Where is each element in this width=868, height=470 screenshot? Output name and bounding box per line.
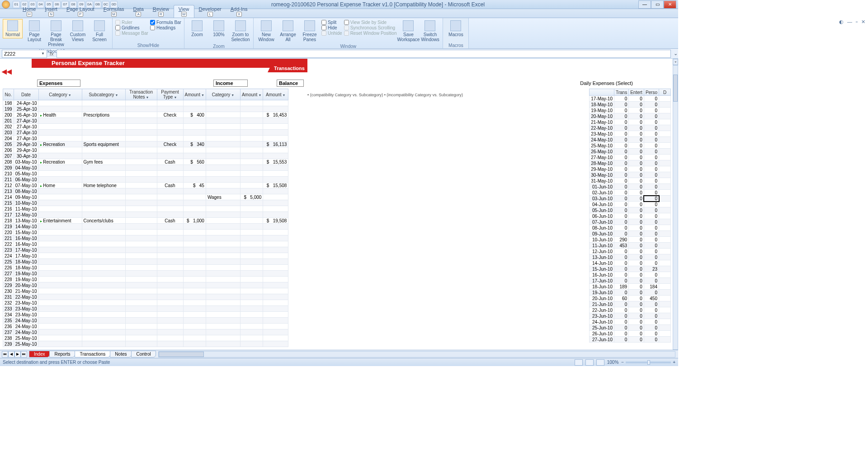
col-inc_amt[interactable]: Amount▼ bbox=[240, 89, 263, 100]
arrange-all-button[interactable]: Arrange All bbox=[278, 19, 298, 43]
col-category[interactable]: Category▼ bbox=[38, 89, 82, 100]
col-bal_amt[interactable]: Amount▼ bbox=[263, 89, 288, 100]
minimize-button[interactable]: — bbox=[638, 0, 651, 9]
col-inc_cat[interactable]: Category▼ bbox=[206, 89, 240, 100]
daily-col[interactable]: Perso bbox=[644, 89, 659, 96]
table-row[interactable]: 20127-Apr-10 bbox=[3, 118, 288, 124]
new-window-button[interactable]: New Window bbox=[256, 19, 276, 43]
daily-row[interactable]: 16-Jun-10000 bbox=[590, 272, 671, 278]
daily-row[interactable]: 26-Jun-10000 bbox=[590, 331, 671, 337]
daily-row[interactable]: 18-May-10000 bbox=[590, 102, 671, 108]
switch-windows-button[interactable]: Switch Windows bbox=[420, 19, 440, 43]
macros-button[interactable]: Macros bbox=[446, 19, 466, 38]
daily-row[interactable]: 31-May-10000 bbox=[590, 178, 671, 184]
col-payment[interactable]: Payment Type▼ bbox=[157, 89, 183, 100]
daily-row[interactable]: 09-Jun-10000 bbox=[590, 231, 671, 237]
expand-formula-icon[interactable]: ⌄ bbox=[673, 51, 678, 56]
daily-row[interactable]: 30-May-10000 bbox=[590, 172, 671, 178]
daily-row[interactable]: 17-Jun-10000 bbox=[590, 278, 671, 284]
col-notes[interactable]: Transaction Notes▼ bbox=[125, 89, 157, 100]
scroll-thumb[interactable] bbox=[673, 75, 678, 102]
table-row[interactable]: 20629-Apr-10 bbox=[3, 147, 288, 153]
ribbon-tab-insert[interactable]: InsertN bbox=[40, 5, 62, 18]
zoom-level[interactable]: 100% bbox=[607, 360, 619, 365]
daily-row[interactable]: 07-Jun-10000 bbox=[590, 219, 671, 225]
ribbon-tab-view[interactable]: ViewW bbox=[174, 5, 194, 18]
daily-row[interactable]: 27-May-10000 bbox=[590, 155, 671, 160]
ribbon-tab-home[interactable]: HomeH bbox=[18, 5, 40, 18]
daily-row[interactable]: 20-May-10000 bbox=[590, 113, 671, 119]
checkbox-formula-bar[interactable]: Formula Bar bbox=[150, 20, 181, 25]
daily-row[interactable]: 06-Jun-10000 bbox=[590, 213, 671, 219]
daily-row[interactable]: 10-Jun-1029000 bbox=[590, 237, 671, 243]
daily-row[interactable]: 22-May-10000 bbox=[590, 125, 671, 131]
maximize-button[interactable]: ▭ bbox=[651, 0, 664, 9]
table-row[interactable]: 20904-May-10 bbox=[3, 165, 288, 171]
table-row[interactable]: 23724-May-10 bbox=[3, 329, 288, 335]
table-row[interactable]: 22116-May-10 bbox=[3, 235, 288, 241]
table-row[interactable]: 22618-May-10 bbox=[3, 265, 288, 271]
checkbox-split[interactable]: Split bbox=[321, 20, 342, 25]
checkbox-view-side-by-side[interactable]: View Side by Side bbox=[344, 20, 397, 25]
close-button[interactable]: ✕ bbox=[664, 0, 676, 9]
daily-row[interactable]: 13-Jun-10000 bbox=[590, 254, 671, 260]
ribbon-tab-add-ins[interactable]: Add-InsX bbox=[226, 5, 252, 18]
zoom-slider[interactable] bbox=[626, 362, 671, 363]
next-sheet-button[interactable]: ▶ bbox=[14, 351, 21, 357]
daily-row[interactable]: 23-May-10000 bbox=[590, 131, 671, 137]
daily-row[interactable]: 15-Jun-100023 bbox=[590, 266, 671, 272]
table-row[interactable]: 23925-May-10 bbox=[3, 341, 288, 347]
table-row[interactable]: 21510-May-10 bbox=[3, 200, 288, 206]
checkbox-gridlines[interactable]: Gridlines bbox=[115, 25, 148, 30]
checkbox-headings[interactable]: Headings bbox=[150, 25, 181, 30]
daily-row[interactable]: 22-Jun-10000 bbox=[590, 307, 671, 313]
zoom-in-button[interactable]: + bbox=[673, 360, 675, 365]
ribbon-tab-data[interactable]: DataA bbox=[129, 5, 148, 18]
zoom-out-button[interactable]: − bbox=[621, 360, 624, 365]
table-row[interactable]: 20427-Apr-10 bbox=[3, 136, 288, 141]
daily-row[interactable]: 27-Jun-10000 bbox=[590, 337, 671, 343]
100--button[interactable]: 100% bbox=[209, 19, 229, 38]
col-amount[interactable]: Amount▼ bbox=[183, 89, 206, 100]
table-row[interactable]: 21005-May-10 bbox=[3, 171, 288, 177]
daily-row[interactable]: 23-Jun-10000 bbox=[590, 313, 671, 319]
name-box[interactable]: Z222 ▼ bbox=[2, 50, 47, 58]
ribbon-tab-review[interactable]: ReviewR bbox=[148, 5, 174, 18]
ribbon-tab-formulas[interactable]: FormulasM bbox=[99, 5, 129, 18]
table-row[interactable]: 21409-May-10Wages$ 5,000 bbox=[3, 194, 288, 200]
col-subcategory[interactable]: Subcategory▼ bbox=[82, 89, 125, 100]
table-row[interactable]: 23323-May-10 bbox=[3, 306, 288, 312]
worksheet[interactable]: ◀◀ Personal Expense Tracker Transactions… bbox=[0, 59, 678, 350]
custom-views-button[interactable]: Custom Views bbox=[68, 19, 88, 43]
page-layout-button[interactable]: Page Layout bbox=[24, 19, 44, 43]
chevron-down-icon[interactable]: ▼ bbox=[41, 52, 45, 56]
table-row[interactable]: 20026-Apr-10▸ HealthPrescriptionsCheck$ … bbox=[3, 112, 288, 118]
daily-row[interactable]: 17-May-10000 bbox=[590, 96, 671, 102]
daily-row[interactable]: 08-Jun-10000 bbox=[590, 225, 671, 231]
daily-row[interactable]: 05-Jun-10000 bbox=[590, 207, 671, 213]
table-row[interactable]: 23624-May-10 bbox=[3, 324, 288, 329]
table-row[interactable]: 21611-May-10 bbox=[3, 206, 288, 212]
table-row[interactable]: 21914-May-10 bbox=[3, 224, 288, 230]
daily-row[interactable]: 01-Jun-10000 bbox=[590, 184, 671, 190]
table-row[interactable]: 21712-May-10 bbox=[3, 212, 288, 218]
table-row[interactable]: 20730-Apr-10 bbox=[3, 153, 288, 159]
table-row[interactable]: 23524-May-10 bbox=[3, 318, 288, 324]
transactions-table[interactable]: No.DateCategory▼Subcategory▼Transaction … bbox=[3, 89, 288, 347]
vertical-scrollbar[interactable]: ⌄ bbox=[673, 59, 678, 350]
table-row[interactable]: 21106-May-10 bbox=[3, 177, 288, 183]
fx-icon[interactable]: fx bbox=[50, 51, 54, 56]
freeze-panes-button[interactable]: Freeze Panes bbox=[300, 19, 320, 43]
daily-row[interactable]: 02-Jun-10000 bbox=[590, 190, 671, 196]
nav-arrows-icon[interactable]: ◀◀ bbox=[2, 68, 12, 75]
daily-row[interactable]: 14-Jun-10000 bbox=[590, 260, 671, 266]
sheet-tab-control[interactable]: Control bbox=[131, 351, 156, 357]
daily-expenses-table[interactable]: TransEntertPersoD17-May-1000018-May-1000… bbox=[589, 89, 671, 343]
office-button[interactable] bbox=[2, 0, 10, 9]
table-row[interactable]: 20529-Apr-10▸ RecreationSports equipment… bbox=[3, 141, 288, 147]
daily-row[interactable]: 24-May-10000 bbox=[590, 137, 671, 143]
ribbon-tab-page-layout[interactable]: Page LayoutP bbox=[62, 5, 99, 18]
table-row[interactable]: 20803-May-10▸ RecreationGym feesCash$ 56… bbox=[3, 159, 288, 165]
col-date[interactable]: Date bbox=[14, 89, 38, 100]
daily-row[interactable]: 19-Jun-10000 bbox=[590, 290, 671, 296]
